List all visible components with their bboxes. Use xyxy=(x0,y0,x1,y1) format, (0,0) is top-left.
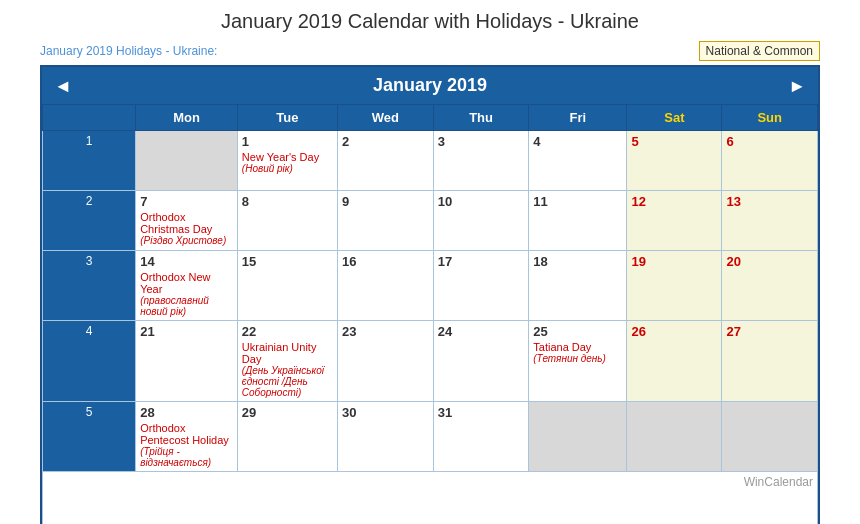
calendar-day: 26 xyxy=(627,321,722,402)
calendar-header-row: Mon Tue Wed Thu Fri Sat Sun xyxy=(43,105,818,131)
calendar-day: 2 xyxy=(337,131,433,191)
calendar-day xyxy=(627,402,722,472)
calendar-day: 23 xyxy=(337,321,433,402)
holiday-name: Tatiana Day xyxy=(533,341,622,353)
holiday-name: New Year's Day xyxy=(242,151,333,163)
calendar-header: ◄ January 2019 ► xyxy=(42,67,818,104)
calendar-day: 5 xyxy=(627,131,722,191)
day-number: 12 xyxy=(631,194,717,209)
filter-button[interactable]: National & Common xyxy=(699,41,820,61)
day-number: 29 xyxy=(242,405,333,420)
day-number: 26 xyxy=(631,324,717,339)
day-number: 17 xyxy=(438,254,524,269)
col-fri: Fri xyxy=(529,105,627,131)
day-number: 16 xyxy=(342,254,429,269)
day-number: 19 xyxy=(631,254,717,269)
day-number: 10 xyxy=(438,194,524,209)
day-number: 7 xyxy=(140,194,233,209)
week-number: 3 xyxy=(43,251,136,321)
day-number: 25 xyxy=(533,324,622,339)
holiday-native-name: (День Української єдності /День Соборнос… xyxy=(242,365,333,398)
calendar-day: 22Ukrainian Unity Day(День Української є… xyxy=(237,321,337,402)
holiday-name: Orthodox New Year xyxy=(140,271,233,295)
day-number: 13 xyxy=(726,194,813,209)
week-num-header xyxy=(43,105,136,131)
calendar-day: 20 xyxy=(722,251,818,321)
calendar-day: 18 xyxy=(529,251,627,321)
calendar: ◄ January 2019 ► Mon Tue Wed Thu Fri Sat… xyxy=(40,65,820,524)
day-number: 28 xyxy=(140,405,233,420)
holiday-name: Orthodox Pentecost Holiday xyxy=(140,422,233,446)
calendar-day: 27 xyxy=(722,321,818,402)
holiday-native-name: (православний новий рік) xyxy=(140,295,233,317)
calendar-day: 17 xyxy=(433,251,528,321)
calendar-week-row: 528Orthodox Pentecost Holiday(Трійця - в… xyxy=(43,402,818,472)
holiday-name: Ukrainian Unity Day xyxy=(242,341,333,365)
day-number: 4 xyxy=(533,134,622,149)
calendar-body: 11New Year's Day(Новий рік)2345627Orthod… xyxy=(43,131,818,525)
calendar-week-row: 27Orthodox Christmas Day(Різдво Христове… xyxy=(43,191,818,251)
day-number: 8 xyxy=(242,194,333,209)
day-number: 18 xyxy=(533,254,622,269)
calendar-day: 6 xyxy=(722,131,818,191)
holiday-native-name: (Тетянин день) xyxy=(533,353,622,364)
calendar-day: 24 xyxy=(433,321,528,402)
calendar-day: 8 xyxy=(237,191,337,251)
col-mon: Mon xyxy=(136,105,238,131)
day-number: 5 xyxy=(631,134,717,149)
calendar-day xyxy=(722,402,818,472)
calendar-day: 14Orthodox New Year(православний новий р… xyxy=(136,251,238,321)
holiday-name: Orthodox Christmas Day xyxy=(140,211,233,235)
watermark: WinCalendar xyxy=(43,472,818,525)
week-number: 2 xyxy=(43,191,136,251)
col-sun: Sun xyxy=(722,105,818,131)
day-number: 15 xyxy=(242,254,333,269)
calendar-day: 21 xyxy=(136,321,238,402)
week-number: 4 xyxy=(43,321,136,402)
day-number: 3 xyxy=(438,134,524,149)
calendar-day: 30 xyxy=(337,402,433,472)
watermark-row: WinCalendar xyxy=(43,472,818,525)
day-number: 6 xyxy=(726,134,813,149)
calendar-day: 11 xyxy=(529,191,627,251)
holiday-native-name: (Новий рік) xyxy=(242,163,333,174)
day-number: 23 xyxy=(342,324,429,339)
day-number: 1 xyxy=(242,134,333,149)
day-number: 11 xyxy=(533,194,622,209)
day-number: 30 xyxy=(342,405,429,420)
calendar-day: 31 xyxy=(433,402,528,472)
calendar-day: 28Orthodox Pentecost Holiday(Трійця - ві… xyxy=(136,402,238,472)
calendar-day: 13 xyxy=(722,191,818,251)
month-year-label: January 2019 xyxy=(373,75,487,95)
calendar-day: 1New Year's Day(Новий рік) xyxy=(237,131,337,191)
day-number: 9 xyxy=(342,194,429,209)
calendar-day: 29 xyxy=(237,402,337,472)
holiday-native-name: (Різдво Христове) xyxy=(140,235,233,246)
week-number: 5 xyxy=(43,402,136,472)
day-number: 2 xyxy=(342,134,429,149)
calendar-day: 7Orthodox Christmas Day(Різдво Христове) xyxy=(136,191,238,251)
calendar-week-row: 42122Ukrainian Unity Day(День Українсько… xyxy=(43,321,818,402)
holiday-native-name: (Трійця - відзначається) xyxy=(140,446,233,468)
calendar-day: 4 xyxy=(529,131,627,191)
calendar-table: Mon Tue Wed Thu Fri Sat Sun 11New Year's… xyxy=(42,104,818,524)
calendar-day: 19 xyxy=(627,251,722,321)
calendar-week-row: 314Orthodox New Year(православний новий … xyxy=(43,251,818,321)
week-number: 1 xyxy=(43,131,136,191)
day-number: 27 xyxy=(726,324,813,339)
calendar-day: 16 xyxy=(337,251,433,321)
subtitle-label: January 2019 Holidays - Ukraine: xyxy=(40,44,217,58)
calendar-day: 3 xyxy=(433,131,528,191)
prev-month-button[interactable]: ◄ xyxy=(46,75,80,96)
calendar-day: 9 xyxy=(337,191,433,251)
col-tue: Tue xyxy=(237,105,337,131)
day-number: 22 xyxy=(242,324,333,339)
subtitle-row: January 2019 Holidays - Ukraine: Nationa… xyxy=(40,41,820,61)
calendar-day xyxy=(529,402,627,472)
day-number: 24 xyxy=(438,324,524,339)
col-wed: Wed xyxy=(337,105,433,131)
calendar-day: 12 xyxy=(627,191,722,251)
col-sat: Sat xyxy=(627,105,722,131)
next-month-button[interactable]: ► xyxy=(780,75,814,96)
calendar-day: 15 xyxy=(237,251,337,321)
